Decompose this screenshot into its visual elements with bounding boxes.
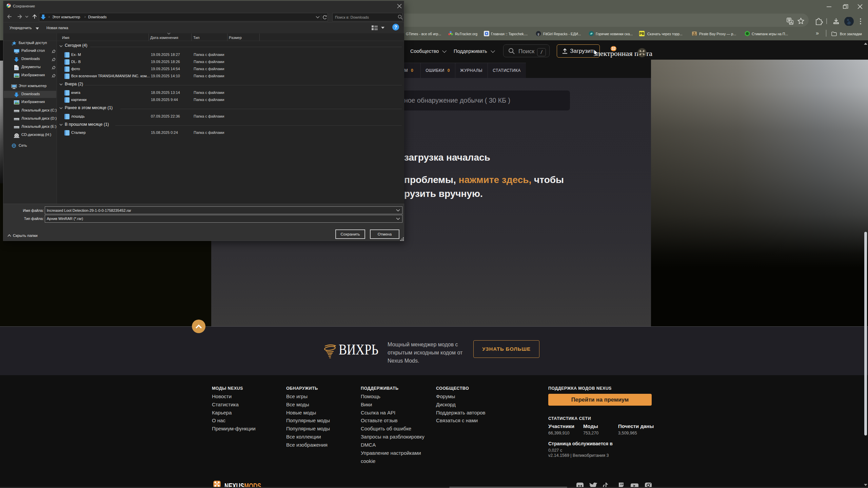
svg-text:PB: PB: [639, 32, 644, 36]
svg-text:g: g: [537, 32, 539, 36]
